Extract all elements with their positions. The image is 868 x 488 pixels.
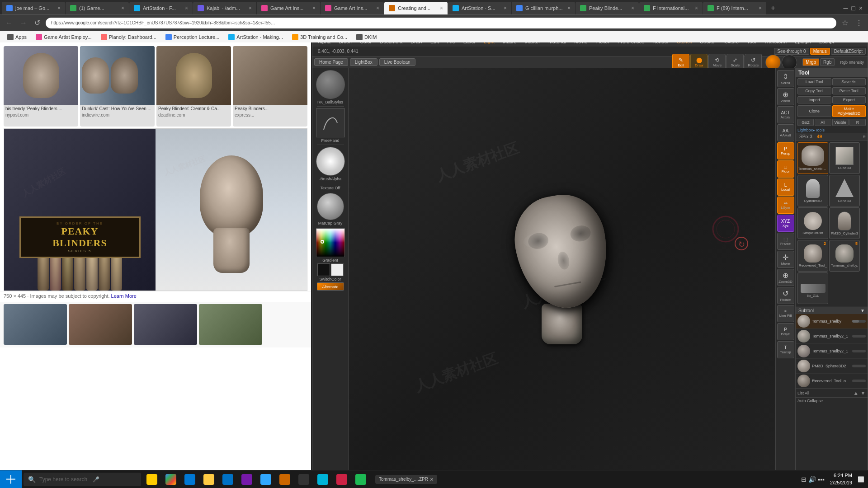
taskbar-red-app-button[interactable] bbox=[333, 470, 351, 488]
tab-close[interactable]: × bbox=[249, 5, 252, 11]
bookmark-game-artist[interactable]: Game Artist Employ... bbox=[32, 33, 95, 41]
lightbox-button[interactable]: LightBox bbox=[350, 58, 377, 66]
tab-gameart2[interactable]: Game Art Ins... × bbox=[321, 2, 384, 14]
tab-close[interactable]: × bbox=[567, 5, 571, 11]
persp-button[interactable]: P Persp bbox=[777, 142, 794, 160]
visible-button[interactable]: Visible bbox=[832, 119, 849, 126]
maximize-button[interactable]: □ bbox=[851, 5, 855, 12]
reload-button[interactable]: ↺ bbox=[33, 18, 42, 28]
network-icon[interactable]: ⊟ bbox=[801, 476, 807, 483]
tab-creating[interactable]: Creating and... × bbox=[384, 2, 448, 14]
taskbar-edge-button[interactable] bbox=[181, 470, 199, 488]
search-result-2[interactable]: Dunkirk' Cast: How You've Seen ... indie… bbox=[80, 46, 155, 127]
all-button[interactable]: All bbox=[815, 119, 831, 126]
zoom3d-button[interactable]: ⊕ Zoom3D bbox=[777, 269, 794, 286]
live-boolean-button[interactable]: Live Boolean bbox=[379, 58, 415, 66]
tool-cylinder3d[interactable]: Cylinder3D bbox=[797, 175, 828, 206]
thumb-3[interactable] bbox=[134, 304, 197, 345]
copy-tool-button[interactable]: Copy Tool bbox=[797, 87, 831, 94]
subtool-tommas-shelby[interactable]: Tommas_shelby bbox=[796, 314, 868, 329]
clone-button[interactable]: Clone bbox=[797, 105, 831, 117]
tab-artstation[interactable]: ArtStation - F... × bbox=[129, 2, 193, 14]
forward-button[interactable]: → bbox=[18, 18, 29, 28]
taskbar-files-button[interactable] bbox=[143, 470, 161, 488]
search-result-1[interactable]: his trendy 'Peaky Blinders ... nypost.co… bbox=[4, 46, 78, 127]
search-result-4[interactable]: Peaky Blinders... express... bbox=[233, 46, 307, 127]
download-close-button[interactable]: × bbox=[430, 476, 434, 483]
taskbar-explorer-button[interactable] bbox=[200, 470, 218, 488]
goz-button[interactable]: GoZ bbox=[797, 119, 814, 126]
close-button[interactable]: × bbox=[859, 5, 863, 12]
rotate3d-button[interactable]: ↺ Rotate bbox=[777, 287, 794, 304]
canvas-area[interactable]: 人人素材社区 人人素材社区 人人素材社区 bbox=[349, 68, 775, 488]
scroll-button[interactable]: ⇕ Scroll bbox=[777, 70, 794, 87]
minimize-button[interactable]: ─ bbox=[843, 5, 848, 12]
tab-gameart1[interactable]: Game Art Ins... × bbox=[257, 2, 320, 14]
bookmark-planoly[interactable]: Planoly: Dashboard... bbox=[97, 33, 160, 41]
rgb-button[interactable]: Rgb bbox=[820, 58, 835, 66]
menus-btn[interactable]: Menus bbox=[810, 48, 830, 55]
tab-close[interactable]: × bbox=[121, 5, 124, 11]
tab-close[interactable]: × bbox=[440, 5, 443, 11]
tool-6bz1l[interactable]: 6b_Z1L bbox=[797, 272, 828, 304]
transp-button[interactable]: T Transp bbox=[777, 341, 794, 358]
bookmark-3d[interactable]: 3D Training and Co... bbox=[288, 33, 351, 41]
alternate-button[interactable]: Alternate bbox=[317, 282, 344, 291]
taskbar-zbrush-button[interactable] bbox=[276, 470, 294, 488]
list-all-down[interactable]: ▼ bbox=[860, 390, 866, 396]
new-tab-button[interactable]: + bbox=[767, 2, 779, 14]
color-swatch-white[interactable] bbox=[331, 263, 344, 276]
mrgb-button[interactable]: Mrgb bbox=[802, 58, 819, 66]
learn-more-link[interactable]: Learn More bbox=[111, 293, 137, 299]
home-page-button[interactable]: Home Page bbox=[314, 58, 348, 66]
bookmark-button[interactable]: ☆ bbox=[840, 18, 850, 28]
material-preview[interactable] bbox=[317, 193, 344, 220]
subtool-tommas-shelby2-1[interactable]: Tommas_shelby2_1 bbox=[796, 344, 868, 359]
volume-icon[interactable]: 🔊 bbox=[808, 476, 816, 483]
move-view-button[interactable]: ✛ Move bbox=[777, 251, 794, 268]
load-tool-button[interactable]: Load Tool bbox=[797, 78, 831, 85]
subtool-recovered[interactable]: Recovered_Tool_oP P1 bbox=[796, 374, 868, 389]
tab-cillian[interactable]: G cillian murph... × bbox=[512, 2, 575, 14]
import-button[interactable]: Import bbox=[797, 96, 831, 103]
tab-joe-mad[interactable]: joe mad – Go... × bbox=[2, 2, 65, 14]
color-gradient-square[interactable] bbox=[316, 228, 345, 257]
tab-close[interactable]: × bbox=[312, 5, 316, 11]
start-button[interactable] bbox=[0, 470, 22, 488]
tool-pm3d-cylinder[interactable]: PM3D_Cylinder3 bbox=[829, 207, 860, 239]
taskbar-3d-button[interactable] bbox=[314, 470, 332, 488]
taskbar-email-button[interactable] bbox=[219, 470, 237, 488]
tab-intl1[interactable]: F International... × bbox=[639, 2, 703, 14]
subtool-pm3d-sphere[interactable]: PM3D_Sphere3D2 bbox=[796, 359, 868, 374]
tab-close[interactable]: × bbox=[504, 5, 507, 11]
tool-simplebrush[interactable]: SimpleBrush bbox=[797, 207, 828, 239]
subtool-tommas-shelby2[interactable]: Tommas_shelby2_1 bbox=[796, 329, 868, 344]
tab-intl2[interactable]: F (89) Intern... × bbox=[703, 2, 766, 14]
bookmark-artstation[interactable]: ArtStation - Making... bbox=[225, 33, 287, 41]
tool-cube3d[interactable]: Cube3D bbox=[829, 142, 860, 174]
color-swatch-black[interactable] bbox=[317, 263, 330, 276]
lsym-button[interactable]: ⇔ LSym bbox=[777, 197, 794, 214]
thumb-2[interactable] bbox=[69, 304, 132, 345]
brush-ball-stylus[interactable]: RK_BallStylus bbox=[314, 70, 347, 104]
floor-button[interactable]: □ Floor bbox=[777, 160, 794, 178]
export-button[interactable]: Export bbox=[832, 96, 866, 103]
back-button[interactable]: ← bbox=[4, 18, 14, 28]
download-notification[interactable]: Tommas_shelby_....ZPR × bbox=[375, 475, 437, 484]
taskbar-spotify-button[interactable] bbox=[352, 470, 370, 488]
tab-close[interactable]: × bbox=[376, 5, 379, 11]
bookmark-perception[interactable]: Perception Lecture... bbox=[162, 33, 223, 41]
actual-button[interactable]: ACT Actual bbox=[777, 106, 794, 123]
taskbar-clock[interactable]: 6:24 PM 2/25/2019 bbox=[830, 472, 852, 486]
local-button[interactable]: L Local bbox=[777, 178, 794, 196]
taskbar-photoshop-button[interactable] bbox=[257, 470, 275, 488]
polyf-button[interactable]: P PolyF bbox=[777, 323, 794, 340]
lightbox-tools-link[interactable]: Lightbox▸Tools bbox=[796, 127, 868, 133]
tab-kajabi[interactable]: Kajabi - /adm... × bbox=[193, 2, 256, 14]
address-bar[interactable]: https://www.google.com/search?rlz=1C1CHB… bbox=[46, 18, 836, 28]
tab-game[interactable]: (1) Game... × bbox=[66, 2, 129, 14]
tab-close[interactable]: × bbox=[695, 5, 698, 11]
tool-tommas-head[interactable]: Tommas_shelby2_1 bbox=[797, 142, 828, 174]
tab-close[interactable]: × bbox=[57, 5, 61, 11]
taskbar-onenote-button[interactable] bbox=[238, 470, 256, 488]
